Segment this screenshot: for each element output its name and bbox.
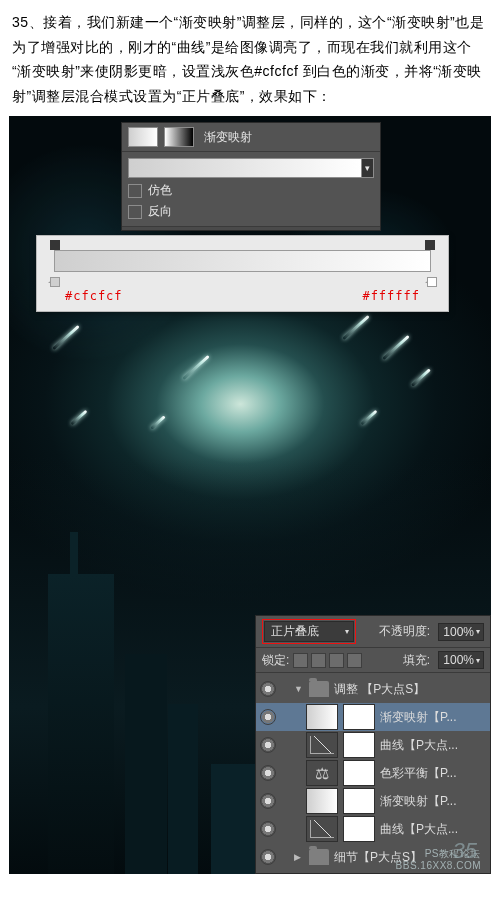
dither-checkbox[interactable]: 仿色 [128,182,374,199]
lock-pixels-icon[interactable] [311,653,326,668]
color-stop-right[interactable] [425,272,437,286]
gradient-bar[interactable] [54,250,431,272]
fill-input[interactable]: 100% ▾ [438,651,484,669]
layer-name: 渐变映射【P... [380,793,486,810]
preview-canvas: 渐变映射 ▾ 仿色 反向 [9,116,491,874]
folder-icon [309,849,329,865]
chevron-down-icon: ▾ [476,656,480,665]
chevron-down-icon: ▾ [476,627,480,636]
lock-position-icon[interactable] [329,653,344,668]
layer-thumb [306,816,338,842]
layer-name: 调整 【P大点S】 [334,681,486,698]
layer-thumb [306,704,338,730]
fill-label: 填充: [403,652,430,669]
color-stop-left[interactable] [48,272,60,286]
visibility-eye-icon[interactable] [260,849,276,865]
visibility-eye-icon[interactable] [260,821,276,837]
lock-label: 锁定: [262,652,289,669]
visibility-eye-icon[interactable] [260,765,276,781]
layer-name: 曲线【P大点... [380,821,486,838]
opacity-input[interactable]: 100% ▾ [438,623,484,641]
dither-label: 仿色 [148,182,172,199]
layer-group-row[interactable]: ▼调整 【P大点S】 [256,675,490,703]
layer-name: 渐变映射【P... [380,709,486,726]
layer-row[interactable]: 渐变映射【P... [256,703,490,731]
layer-thumb [306,788,338,814]
blend-mode-value: 正片叠底 [271,623,319,640]
right-hex-label: #ffffff [362,289,420,303]
layer-mask-thumb[interactable] [343,788,375,814]
layer-row[interactable]: 曲线【P大点... [256,731,490,759]
layer-row[interactable]: 渐变映射【P... [256,787,490,815]
gradient-picker-dropdown[interactable]: ▾ [362,158,374,178]
gradient-editor[interactable]: #cfcfcf #ffffff [36,235,449,312]
disclosure-triangle-icon[interactable]: ▼ [294,684,304,694]
opacity-label: 不透明度: [379,623,430,640]
folder-icon [309,681,329,697]
layer-mask-thumb[interactable] [343,704,375,730]
gradient-preview[interactable] [128,158,362,178]
layer-thumb: ⚖ [306,760,338,786]
opacity-stop-left[interactable] [50,240,60,250]
left-hex-label: #cfcfcf [65,289,123,303]
layers-panel: 正片叠底 ▾ 不透明度: 100% ▾ 锁定: 填充: [255,615,491,874]
visibility-eye-icon[interactable] [260,709,276,725]
checkbox-icon [128,205,142,219]
opacity-stop-right[interactable] [425,240,435,250]
disclosure-triangle-icon[interactable]: ▶ [294,852,304,862]
gradient-invert-icon [164,127,194,147]
checkbox-icon [128,184,142,198]
tutorial-step-text: 35、接着，我们新建一个“渐变映射”调整层，同样的，这个“渐变映射”也是为了增强… [0,0,500,116]
gradient-map-panel: 渐变映射 ▾ 仿色 反向 [121,122,381,231]
visibility-eye-icon[interactable] [260,793,276,809]
visibility-eye-icon[interactable] [260,681,276,697]
gradient-map-thumb-icon [128,127,158,147]
opacity-value: 100% [443,625,474,639]
blend-mode-select[interactable]: 正片叠底 ▾ [264,621,354,642]
watermark: PS教程论坛 BBS.16XX8.COM [396,848,481,872]
fill-value: 100% [443,653,474,667]
layer-mask-thumb[interactable] [343,816,375,842]
visibility-eye-icon[interactable] [260,737,276,753]
lock-transparency-icon[interactable] [293,653,308,668]
layer-thumb [306,732,338,758]
layer-name: 曲线【P大点... [380,737,486,754]
layer-name: 色彩平衡【P... [380,765,486,782]
layer-mask-thumb[interactable] [343,760,375,786]
lock-all-icon[interactable] [347,653,362,668]
layer-row[interactable]: ⚖色彩平衡【P... [256,759,490,787]
chevron-down-icon: ▾ [345,627,349,636]
reverse-label: 反向 [148,203,172,220]
reverse-checkbox[interactable]: 反向 [128,203,374,220]
layer-mask-thumb[interactable] [343,732,375,758]
gradient-map-title: 渐变映射 [204,129,252,146]
